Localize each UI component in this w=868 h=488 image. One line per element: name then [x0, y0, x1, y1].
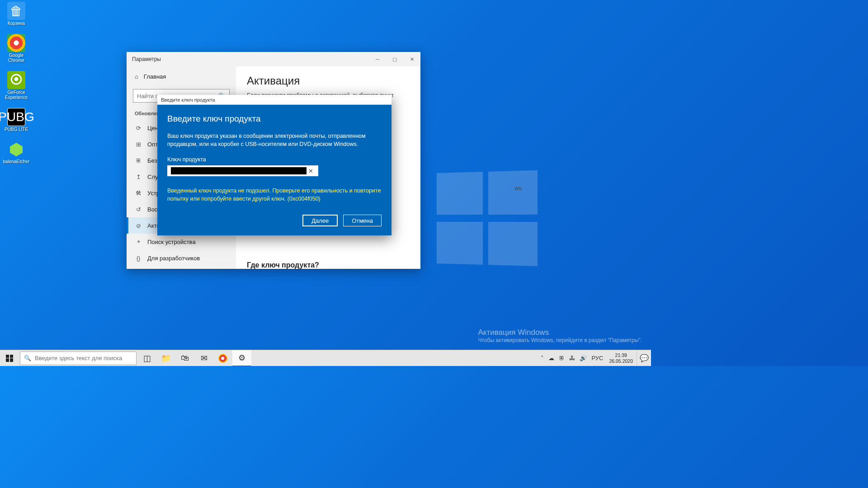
minimize-button[interactable]: ─: [369, 52, 386, 66]
settings-titlebar-text: Параметры: [132, 56, 161, 62]
settings-titlebar[interactable]: Параметры ─ ▢ ✕: [127, 52, 420, 66]
tray-time: 21:39: [609, 352, 633, 358]
taskbar-search-placeholder: Введите здесь текст для поиска: [35, 355, 122, 361]
svg-marker-0: [10, 143, 23, 156]
sidebar-item-developers[interactable]: {}Для разработчиков: [127, 250, 236, 266]
location-icon: ⌖: [135, 238, 142, 245]
delivery-icon: ⊞: [135, 141, 142, 148]
tray-chevron-icon[interactable]: ˄: [538, 355, 546, 361]
tray-language[interactable]: РУС: [589, 355, 605, 361]
desktop-icon-balena[interactable]: balenaEtcher: [4, 140, 29, 164]
nvidia-icon: ⦿: [7, 71, 25, 89]
sync-icon: ⟳: [135, 125, 142, 131]
wallpaper-windows-logo: [437, 170, 538, 268]
page-title: Активация: [247, 75, 410, 87]
task-view-button[interactable]: ◫: [137, 350, 156, 366]
sidebar-item-label: Поиск устройства: [147, 239, 196, 245]
tray-onedrive-icon[interactable]: ☁: [546, 355, 557, 361]
system-tray: ˄ ☁ ⛨ 🖧 🔊 РУС 21:39 26.05.2020 💬: [538, 350, 651, 366]
sidebar-home-label: Главная: [144, 73, 166, 80]
desktop-icon-label: PUBG LITE: [5, 127, 28, 132]
recycle-bin-icon: 🗑: [7, 2, 25, 20]
tray-volume-icon[interactable]: 🔊: [577, 355, 589, 361]
clear-input-icon[interactable]: ✕: [307, 168, 315, 174]
dialog-description: Ваш ключ продукта указан в сообщении эле…: [167, 132, 382, 148]
start-button[interactable]: [0, 350, 19, 366]
watermark-title: Активация Windows: [478, 328, 642, 337]
taskbar-app-settings[interactable]: ⚙: [232, 350, 251, 366]
desktop-icon-chrome[interactable]: Google Chrome: [4, 34, 29, 63]
sidebar-item-label: Для разработчиков: [147, 255, 200, 262]
chrome-icon: [7, 34, 25, 52]
taskbar: 🔍 Введите здесь текст для поиска ◫ 📁 🛍 ✉…: [0, 350, 651, 366]
balena-icon: [7, 140, 25, 158]
dialog-error-text: Введенный ключ продукта не подошел. Пров…: [167, 187, 382, 203]
tray-defender-icon[interactable]: ⛨: [557, 355, 567, 361]
product-key-label: Ключ продукта: [167, 156, 382, 163]
maximize-button[interactable]: ▢: [386, 52, 403, 66]
product-key-dialog: Введите ключ продукта Введите ключ проду…: [157, 95, 392, 235]
desktop-icon-geforce[interactable]: ⦿ GeForce Experience: [4, 71, 29, 100]
product-key-input[interactable]: [171, 167, 307, 174]
pubg-icon: PUBG: [7, 108, 25, 126]
product-key-heading: Где ключ продукта?: [247, 261, 410, 269]
sidebar-item-find-device[interactable]: ⌖Поиск устройства: [127, 234, 236, 250]
dialog-title-text: Введите ключ продукта: [161, 97, 215, 103]
close-button[interactable]: ✕: [403, 52, 420, 66]
cancel-button[interactable]: Отмена: [343, 215, 382, 226]
product-key-input-wrap: ✕: [167, 165, 318, 176]
search-icon: 🔍: [24, 355, 31, 361]
desktop-icon-pubg[interactable]: PUBG PUBG LITE: [4, 108, 29, 132]
watermark-subtitle: Чтобы активировать Windows, перейдите в …: [478, 337, 642, 343]
dialog-titlebar[interactable]: Введите ключ продукта: [157, 95, 392, 105]
wrench-icon: 🛠: [135, 190, 142, 197]
check-icon: ⊘: [135, 222, 142, 229]
taskbar-apps: ◫ 📁 🛍 ✉ ⚙: [137, 350, 251, 366]
tray-network-icon[interactable]: 🖧: [567, 355, 577, 361]
home-icon: ⌂: [135, 73, 138, 80]
dialog-heading: Введите ключ продукта: [167, 114, 382, 124]
recovery-icon: ↺: [135, 206, 142, 213]
taskbar-app-mail[interactable]: ✉: [194, 350, 213, 366]
next-button[interactable]: Далее: [302, 215, 338, 226]
shield-icon: ⛨: [135, 157, 142, 164]
desktop-icons: 🗑 Корзина Google Chrome ⦿ GeForce Experi…: [4, 2, 29, 164]
taskbar-app-store[interactable]: 🛍: [175, 350, 194, 366]
desktop-icon-label: Корзина: [8, 21, 25, 26]
tray-date: 26.05.2020: [609, 358, 633, 364]
taskbar-app-chrome[interactable]: [213, 350, 232, 366]
sidebar-home[interactable]: ⌂ Главная: [127, 68, 236, 84]
taskbar-search-input[interactable]: 🔍 Введите здесь текст для поиска: [20, 352, 137, 365]
desktop-icon-label: GeForce Experience: [4, 90, 29, 100]
backup-icon: ↥: [135, 174, 142, 180]
desktop-icon-recycle-bin[interactable]: 🗑 Корзина: [4, 2, 29, 26]
desktop-icon-label: balenaEtcher: [3, 159, 30, 164]
taskbar-app-explorer[interactable]: 📁: [156, 350, 175, 366]
activation-watermark: Активация Windows Чтобы активировать Win…: [478, 328, 642, 343]
tray-clock[interactable]: 21:39 26.05.2020: [605, 352, 637, 363]
action-center-button[interactable]: 💬: [637, 350, 651, 366]
windows-icon: [6, 355, 13, 362]
desktop-icon-label: Google Chrome: [4, 53, 29, 63]
code-icon: {}: [135, 255, 142, 262]
